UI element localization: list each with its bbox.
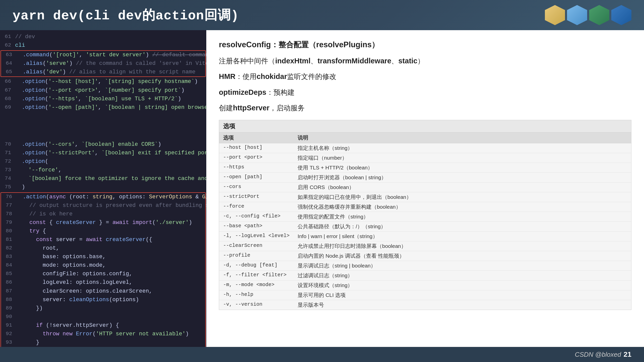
code-line-77: 77 // output structure is preserved even… bbox=[1, 201, 205, 210]
hex-icon-1 bbox=[545, 5, 565, 25]
table-row: --https使用 TLS + HTTP/2（boolean） bbox=[219, 163, 631, 173]
code-line-87: 87 clearScreen: options.clearScreen, bbox=[1, 287, 205, 296]
desc-cell: 启动时打开浏览器（boolean | string） bbox=[294, 173, 631, 183]
code-line-76: 76 .action(async (root: string, options:… bbox=[1, 193, 205, 201]
code-line-83: 83 base: options.base, bbox=[1, 253, 205, 261]
main-content: 61 // dev 62 cli 63 .command('[root]', '… bbox=[0, 30, 644, 347]
table-row: --port <port>指定端口（number） bbox=[219, 153, 631, 163]
option-cell: -v, --version bbox=[219, 300, 294, 310]
code-line-61: 61 // dev bbox=[0, 33, 206, 41]
option-cell: --cors bbox=[219, 183, 294, 192]
desc-cell: 显示可用的 CLI 选项 bbox=[294, 290, 631, 300]
code-line-78: 78 // is ok here bbox=[1, 210, 205, 218]
option-cell: --open [path] bbox=[219, 173, 294, 183]
option-cell: --strictPort bbox=[219, 192, 294, 202]
code-line-66: 66 .option('--host [host]', `[string] sp… bbox=[0, 77, 206, 86]
code-line-73: 73 '--force', bbox=[0, 166, 206, 174]
table-row: -d, --debug [feat]显示调试日志（string | boolea… bbox=[219, 261, 631, 271]
desc-cell: 显示版本号 bbox=[294, 300, 631, 310]
option-cell: --base <path> bbox=[219, 222, 294, 232]
desc-create-http: 创建httpServer，启动服务 bbox=[219, 101, 631, 114]
desc-cell: 允许或禁止用打印日志时清除屏幕（boolean） bbox=[294, 241, 631, 251]
code-line-72: 72 .option( bbox=[0, 157, 206, 166]
desc-cell: 强制优化器忽略缓存并重新构建（boolean） bbox=[294, 202, 631, 212]
option-cell: -h, --help bbox=[219, 290, 294, 300]
footer-brand: CSDN @bloxed bbox=[575, 351, 621, 358]
col-option-header: 选项 bbox=[219, 132, 294, 143]
code-line-74: 74 `[boolean] force the optimizer to ign… bbox=[0, 174, 206, 183]
hex-icon-4 bbox=[611, 5, 631, 25]
table-row: --clearScreen允许或禁止用打印日志时清除屏幕（boolean） bbox=[219, 241, 631, 251]
code-line-91: 91 if (!server.httpServer) { bbox=[1, 321, 205, 330]
desc-optimize-deps: optimizeDeps：预构建 bbox=[219, 86, 631, 99]
code-line-90: 90 bbox=[1, 313, 205, 321]
option-cell: -c, --config <file> bbox=[219, 212, 294, 222]
code-line-64: 64 .alias('serve') // the command is cal… bbox=[1, 59, 205, 68]
desc-cell: Info | warn | error | silent（string） bbox=[294, 232, 631, 241]
code-line-93: 93 } bbox=[1, 338, 205, 347]
footer: CSDN @bloxed 21 bbox=[0, 347, 644, 362]
code-line-70: 70 .option('--cors', `[boolean] enable C… bbox=[0, 140, 206, 149]
table-row: --base <path>公共基础路径（默认为：/）（string） bbox=[219, 222, 631, 232]
desc-cell: 启用 CORS（boolean） bbox=[294, 183, 631, 192]
hex-icon-2 bbox=[567, 5, 587, 25]
table-row: -f, --filter <filter>过滤调试日志（string） bbox=[219, 271, 631, 281]
table-row: -m, --mode <mode>设置环境模式（string） bbox=[219, 281, 631, 290]
code-line-80: 80 try { bbox=[1, 227, 205, 236]
desc-cell: 公共基础路径（默认为：/）（string） bbox=[294, 222, 631, 232]
desc-cell: 启动内置的 Node.js 调试器（查看 性能瓶颈） bbox=[294, 251, 631, 261]
table-row: --host [host]指定主机名称（string） bbox=[219, 143, 631, 153]
desc-cell: 指定主机名称（string） bbox=[294, 143, 631, 153]
table-row: -l, --logLevel <level>Info | warn | erro… bbox=[219, 232, 631, 241]
option-cell: -m, --mode <mode> bbox=[219, 281, 294, 290]
option-cell: -f, --filter <filter> bbox=[219, 271, 294, 281]
option-cell: --https bbox=[219, 163, 294, 173]
code-line-67: 67 .option('--port <port>', `[number] sp… bbox=[0, 86, 206, 95]
table-row: -h, --help显示可用的 CLI 选项 bbox=[219, 290, 631, 300]
code-line-71: 71 .option('--strictPort', `[boolean] ex… bbox=[0, 149, 206, 157]
page-title: yarn dev(cli dev的action回调) bbox=[13, 6, 239, 24]
table-row: --profile启动内置的 Node.js 调试器（查看 性能瓶颈） bbox=[219, 251, 631, 261]
code-line-62: 62 cli bbox=[0, 41, 206, 50]
table-row: -v, --version显示版本号 bbox=[219, 300, 631, 310]
code-panel: 61 // dev 62 cli 63 .command('[root]', '… bbox=[0, 30, 206, 347]
description-panel: resolveConfig：整合配置（resolvePlugins） 注册各种中… bbox=[206, 30, 644, 347]
desc-cell: 显示调试日志（string | boolean） bbox=[294, 261, 631, 271]
code-line-92: 92 throw new Error('HTTP server not avai… bbox=[1, 330, 205, 338]
table-row: --open [path]启动时打开浏览器（boolean | string） bbox=[219, 173, 631, 183]
code-line-82: 82 root, bbox=[1, 244, 205, 253]
desc-cell: 使用指定的配置文件（string） bbox=[294, 212, 631, 222]
desc-cell: 过滤调试日志（string） bbox=[294, 271, 631, 281]
header: yarn dev(cli dev的action回调) bbox=[0, 0, 644, 30]
code-block: 61 // dev 62 cli 63 .command('[root]', '… bbox=[0, 33, 206, 347]
option-cell: -d, --debug [feat] bbox=[219, 261, 294, 271]
table-row: --strictPort如果指定的端口已在使用中，则退出（boolean） bbox=[219, 192, 631, 202]
lower-red-box: 76 .action(async (root: string, options:… bbox=[1, 192, 206, 347]
code-line-81: 81 const server = await createServer({ bbox=[1, 236, 205, 244]
option-cell: --force bbox=[219, 202, 294, 212]
option-cell: --profile bbox=[219, 251, 294, 261]
option-cell: --port <port> bbox=[219, 153, 294, 163]
code-line-88: 88 server: cleanOptions(options) bbox=[1, 296, 205, 304]
options-table: 选项 说明 --host [host]指定主机名称（string）--port … bbox=[219, 132, 631, 310]
options-box: 选项 选项 说明 --host [host]指定主机名称（string）--po… bbox=[219, 120, 631, 310]
footer-page: 21 bbox=[624, 350, 631, 358]
desc-cell: 使用 TLS + HTTP/2（boolean） bbox=[294, 163, 631, 173]
code-line-85: 85 configFile: options.config, bbox=[1, 270, 205, 278]
option-cell: -l, --logLevel <level> bbox=[219, 232, 294, 241]
desc-hmr: HMR：使用chokidar监听文件的修改 bbox=[219, 70, 631, 83]
code-line-69: 69 .option('--open [path]', `[boolean | … bbox=[0, 103, 206, 140]
table-row: --cors启用 CORS（boolean） bbox=[219, 183, 631, 192]
desc-cell: 设置环境模式（string） bbox=[294, 281, 631, 290]
code-line-89: 89 }) bbox=[1, 304, 205, 313]
code-line-79: 79 const { createServer } = await import… bbox=[1, 218, 205, 227]
hex-icon-3 bbox=[589, 5, 609, 25]
code-line-68: 68 .option('--https', `[boolean] use TLS… bbox=[0, 95, 206, 103]
col-desc-header: 说明 bbox=[294, 132, 631, 143]
upper-red-box: 63 .command('[root]', 'start dev server'… bbox=[1, 50, 206, 77]
option-cell: --host [host] bbox=[219, 143, 294, 153]
code-line-75: 75 ) bbox=[0, 183, 206, 192]
desc-cell: 指定端口（number） bbox=[294, 153, 631, 163]
desc-register-middleware: 注册各种中间件（indexHtml、transformMiddleware、st… bbox=[219, 54, 631, 67]
options-box-header: 选项 bbox=[219, 120, 631, 132]
